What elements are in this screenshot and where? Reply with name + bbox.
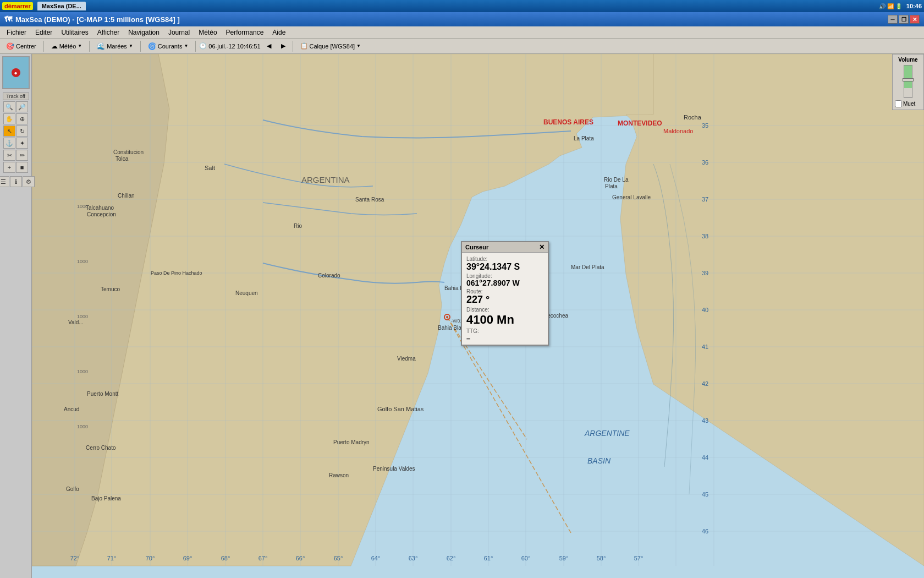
svg-text:Rocha: Rocha	[684, 114, 702, 121]
tool-row-4: ⚓ ✦	[3, 138, 28, 149]
longitude-value: 061°27.8907 W	[466, 279, 543, 287]
zoom-in-button[interactable]: 🔍	[3, 101, 15, 112]
anchor-button[interactable]: ⚓	[3, 138, 15, 149]
svg-text:69°: 69°	[183, 555, 193, 561]
menu-item-editer[interactable]: Editer	[31, 28, 57, 37]
marees-label: Marées	[107, 43, 127, 50]
svg-text:35: 35	[702, 122, 708, 129]
marees-button[interactable]: 🌊 Marées ▼	[93, 41, 137, 52]
svg-text:40: 40	[702, 307, 708, 313]
menu-item-aide[interactable]: Aide	[268, 28, 290, 37]
info-button[interactable]: ℹ	[10, 176, 22, 187]
svg-text:Colorado: Colorado	[318, 272, 340, 279]
marees-arrow: ▼	[129, 43, 133, 48]
svg-text:Paso De Pino Hachado: Paso De Pino Hachado	[151, 270, 202, 276]
svg-text:45: 45	[702, 491, 708, 498]
mute-checkbox[interactable]	[895, 100, 902, 107]
volume-slider[interactable]	[904, 65, 912, 98]
distance-value: 4100 Mn	[466, 313, 543, 327]
meteo-button[interactable]: ☁ Météo ▼	[47, 41, 86, 52]
scissors-button[interactable]: ✂	[3, 150, 15, 161]
side-toolbar: ● Track off 🔍 🔎 ✋ ⊕ ↖ ↻ ⚓ ✦ ✂ ✏ + ■	[0, 54, 32, 578]
taskbar-tab[interactable]: MaxSea (DE...	[37, 2, 86, 10]
svg-text:44: 44	[702, 454, 708, 461]
svg-text:66°: 66°	[296, 555, 305, 561]
svg-text:43: 43	[702, 417, 708, 424]
svg-text:Mar Del Plata: Mar Del Plata	[571, 264, 604, 270]
calque-label: Calque [WGS84]	[310, 43, 355, 50]
date-time-label: 06-juil.-12 10:46:51	[208, 43, 260, 50]
center-button[interactable]: 🎯 Centrer	[2, 41, 40, 52]
svg-text:59°: 59°	[559, 555, 569, 561]
app-restore-button[interactable]: ❐	[899, 15, 909, 24]
svg-text:Rio: Rio	[294, 223, 302, 229]
layers-button[interactable]: ☰	[0, 176, 9, 187]
menu-item-météo[interactable]: Météo	[194, 28, 221, 37]
pen-button[interactable]: ✏	[16, 150, 28, 161]
distance-label: Distance:	[466, 307, 543, 313]
menu-item-fichier[interactable]: Fichier	[2, 28, 31, 37]
tool-row-2: ✋ ⊕	[3, 113, 28, 124]
svg-text:38: 38	[702, 233, 708, 239]
start-button[interactable]: démarrer	[2, 2, 33, 10]
svg-text:1000: 1000	[77, 204, 88, 209]
next-button[interactable]: ▶	[277, 41, 289, 51]
mini-map[interactable]: ●	[2, 56, 30, 89]
clock-icon: 🕐	[199, 42, 207, 50]
menu-item-utilitaires[interactable]: Utilitaires	[57, 28, 92, 37]
svg-text:Plata: Plata	[605, 183, 618, 189]
svg-text:BASIN: BASIN	[587, 456, 611, 465]
volume-panel: Volume Muet	[892, 54, 924, 110]
svg-text:ARGENTINA: ARGENTINA	[301, 175, 350, 184]
map-view[interactable]: 72° 71° 70° 69° 68° 67° 66° 65° 64° 63° …	[32, 54, 924, 578]
menu-item-afficher[interactable]: Afficher	[93, 28, 124, 37]
cursor-button[interactable]: ↖	[3, 126, 15, 137]
app-close-button[interactable]: ✕	[910, 15, 920, 24]
plus-button[interactable]: +	[3, 162, 15, 173]
svg-text:Golfo: Golfo	[66, 486, 79, 492]
tool-row-1: 🔍 🔎	[3, 101, 28, 112]
app-minimize-button[interactable]: ─	[888, 15, 898, 24]
separator-5	[293, 41, 293, 52]
svg-text:1000: 1000	[77, 369, 88, 374]
svg-text:64°: 64°	[371, 555, 381, 561]
svg-text:62°: 62°	[447, 555, 456, 561]
svg-text:72°: 72°	[70, 555, 80, 561]
settings-icon-button[interactable]: ⚙	[23, 176, 35, 187]
cursor-close-button[interactable]: ✕	[539, 243, 544, 251]
mute-option: Muet	[895, 100, 921, 107]
center-icon: 🎯	[6, 42, 14, 50]
svg-text:Temuco: Temuco	[101, 286, 120, 292]
app-titlebar: 🗺 MaxSea (DEMO) - [C-MAP 1:5 millions [W…	[0, 12, 924, 26]
calque-icon: 📋	[300, 42, 308, 50]
center-indicator: ●	[12, 68, 20, 77]
svg-text:Rio De La: Rio De La	[604, 177, 629, 183]
center-label: Centrer	[16, 43, 36, 50]
longitude-label: Longitude:	[466, 273, 543, 279]
mute-label: Muet	[903, 101, 915, 107]
black-square-button[interactable]: ■	[16, 162, 28, 173]
svg-text:68°: 68°	[221, 555, 230, 561]
zoom-out-button[interactable]: 🔎	[16, 101, 28, 112]
pan-button[interactable]: ✋	[3, 113, 15, 124]
prev-button[interactable]: ◀	[263, 41, 275, 51]
latitude-label: Latitude:	[466, 256, 543, 262]
svg-text:Chillan: Chillan	[118, 193, 135, 199]
svg-text:67°: 67°	[258, 555, 268, 561]
menu-item-journal[interactable]: Journal	[164, 28, 194, 37]
mark-button[interactable]: ✦	[16, 138, 28, 149]
svg-text:36: 36	[702, 159, 708, 166]
calque-button[interactable]: 📋 Calque [WGS84] ▼	[296, 41, 365, 51]
app-title: MaxSea (DEMO) - [C-MAP 1:5 millions [WGS…	[15, 15, 180, 24]
courants-button[interactable]: 🌀 Courants ▼	[144, 41, 193, 52]
latitude-value: 39°24.1347 S	[466, 262, 543, 272]
svg-text:60°: 60°	[521, 555, 531, 561]
menu-item-performance[interactable]: Performance	[222, 28, 268, 37]
tool-row-5: ✂ ✏	[3, 150, 28, 161]
menu-item-navigation[interactable]: Navigation	[124, 28, 164, 37]
pan2-button[interactable]: ⊕	[16, 113, 28, 124]
cursor-title-text: Curseur	[465, 244, 488, 250]
rotate-button[interactable]: ↻	[16, 126, 28, 137]
slider-thumb[interactable]	[903, 78, 914, 81]
calque-arrow: ▼	[356, 43, 361, 48]
